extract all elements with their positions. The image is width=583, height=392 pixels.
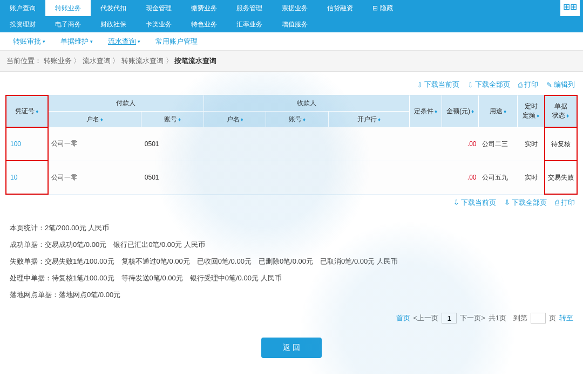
edit-columns-link[interactable]: ✎编辑列 <box>546 80 575 90</box>
cell-condition <box>410 127 442 161</box>
sort-icon: ♦ <box>241 116 243 122</box>
stats-line: 处理中单据：待复核1笔/100.00元 等待发送0笔/0.00元 银行受理中0笔… <box>10 270 573 286</box>
nav-transfer[interactable]: 转账业务 <box>45 0 91 16</box>
subnav-card[interactable]: 卡类业务 <box>136 16 181 32</box>
chevron-down-icon: ▾ <box>43 39 45 44</box>
print-icon: ⎙ <box>555 198 559 207</box>
sort-icon: ♦ <box>100 116 103 122</box>
nav-credit[interactable]: 信贷融资 <box>317 0 363 16</box>
print-icon: ⎙ <box>518 81 523 89</box>
sort-icon: ♦ <box>178 116 181 122</box>
col-voucher[interactable]: 凭证号♦ <box>6 95 48 127</box>
cell-status: 交易失败 <box>545 161 577 194</box>
sub-nav: 投资理财 电子商务 财政社保 卡类业务 特色业务 汇率业务 增值服务 <box>0 16 583 32</box>
chevron-down-icon: ▾ <box>90 39 93 44</box>
tab-flow-query[interactable]: 流水查询▾ <box>100 32 148 50</box>
nav-payment[interactable]: 缴费业务 <box>181 0 227 16</box>
tab-maintain[interactable]: 单据维护▾ <box>53 32 100 50</box>
cell-voucher[interactable]: 10 <box>6 161 48 194</box>
cell-payer-acct: 0501 <box>141 161 204 194</box>
cell-payee-bank <box>328 161 409 194</box>
content: ⇩下载当前页 ⇩下载全部页 ⎙打印 ✎编辑列 凭证号♦ 付款人 收款人 定条件♦… <box>0 72 583 374</box>
tab-approval[interactable]: 转账审批▾ <box>5 32 53 50</box>
stats-line: 落地网点单据：落地网点0笔/0.00元 <box>10 286 573 303</box>
cell-schedule: 实时 <box>518 161 545 194</box>
data-table: 凭证号♦ 付款人 收款人 定条件♦ 金额(元)♦ 用途♦ 定时定频♦ 单据状态♦… <box>5 95 578 195</box>
tab-common-accounts[interactable]: 常用账户管理 <box>148 32 205 50</box>
col-payee-acct[interactable]: 账号♦ <box>266 112 329 128</box>
cell-condition <box>410 161 442 194</box>
stats-panel: 本页统计：2笔/200.00元 人民币 成功单据：交易成功0笔/0.00元 银行… <box>5 213 578 310</box>
cell-status: 待复核 <box>545 127 577 161</box>
back-button[interactable]: 返 回 <box>261 338 322 358</box>
top-nav: 账户查询 转账业务 代发代扣 现金管理 缴费业务 服务管理 票据业务 信贷融资 … <box>0 0 583 16</box>
col-payee-group: 收款人 <box>204 95 409 112</box>
col-payee-name[interactable]: 户名♦ <box>204 112 266 128</box>
grid-icon-wrap: ⊞⊞ <box>557 0 583 16</box>
download-all-link[interactable]: ⇩下载全部页 <box>467 80 510 90</box>
download-icon: ⇩ <box>467 81 473 89</box>
tab-nav: 转账审批▾ 单据维护▾ 流水查询▾ 常用账户管理 <box>0 32 583 51</box>
sort-icon: ♦ <box>435 108 437 114</box>
cell-payee-acct <box>266 161 329 194</box>
subnav-value[interactable]: 增值服务 <box>272 16 317 32</box>
breadcrumb-current: 按笔流水查询 <box>174 57 216 65</box>
chevron-down-icon: ▾ <box>138 39 140 44</box>
nav-account-query[interactable]: 账户查询 <box>0 0 45 16</box>
col-status[interactable]: 单据状态♦ <box>545 95 577 127</box>
cell-amount: .00 <box>442 127 479 161</box>
print-link[interactable]: ⎙打印 <box>518 80 538 90</box>
col-amount[interactable]: 金额(元)♦ <box>442 95 479 127</box>
print-link[interactable]: ⎙打印 <box>555 198 575 208</box>
nav-bill[interactable]: 票据业务 <box>272 0 317 16</box>
download-current-link[interactable]: ⇩下载当前页 <box>453 198 496 208</box>
col-purpose[interactable]: 用途♦ <box>479 95 518 127</box>
download-icon: ⇩ <box>504 198 510 207</box>
cell-payee-acct <box>266 127 329 161</box>
nav-cash[interactable]: 现金管理 <box>136 0 181 16</box>
cell-amount: .00 <box>442 161 479 194</box>
subnav-special[interactable]: 特色业务 <box>181 16 227 32</box>
nav-hide[interactable]: ⊟ 隐藏 <box>363 0 403 16</box>
subnav-fiscal[interactable]: 财政社保 <box>91 16 136 32</box>
page-next[interactable]: 下一页> <box>460 313 485 323</box>
page-goto-input[interactable] <box>531 313 546 324</box>
col-payer-name[interactable]: 户名♦ <box>48 112 141 128</box>
page-go[interactable]: 转至 <box>559 313 573 323</box>
col-payer-acct[interactable]: 账号♦ <box>141 112 204 128</box>
page-prev[interactable]: <上一页 <box>413 313 439 323</box>
cell-purpose: 公司二三 <box>479 127 518 161</box>
edit-icon: ✎ <box>546 81 552 89</box>
col-schedule[interactable]: 定时定频♦ <box>518 95 545 127</box>
cell-payee-name <box>204 161 266 194</box>
download-all-link[interactable]: ⇩下载全部页 <box>504 198 547 208</box>
nav-service[interactable]: 服务管理 <box>227 0 272 16</box>
table-row: 100 公司一零 0501 .00 公司二三 实时 待复核 <box>6 127 577 161</box>
subnav-ecommerce[interactable]: 电子商务 <box>45 16 91 32</box>
cell-voucher[interactable]: 100 <box>6 127 48 161</box>
cell-payee-name <box>204 127 266 161</box>
col-condition[interactable]: 定条件♦ <box>410 95 442 127</box>
cell-purpose: 公司五九 <box>479 161 518 194</box>
nav-payroll[interactable]: 代发代扣 <box>91 0 136 16</box>
pagination: 首页 <上一页 下一页> 共1页 到第 页 转至 <box>5 310 578 327</box>
page-first[interactable]: 首页 <box>396 313 410 323</box>
stats-line: 本页统计：2笔/200.00元 人民币 <box>10 219 573 236</box>
cell-payer-name: 公司一零 <box>48 161 141 194</box>
col-payer-group: 付款人 <box>48 95 204 112</box>
download-icon: ⇩ <box>417 81 423 89</box>
stats-line: 失败单据：交易失败1笔/100.00元 复核不通过0笔/0.00元 已收回0笔/… <box>10 253 573 270</box>
toolbar-top: ⇩下载当前页 ⇩下载全部页 ⎙打印 ✎编辑列 <box>5 77 578 95</box>
col-payee-bank[interactable]: 开户行♦ <box>328 112 409 128</box>
download-current-link[interactable]: ⇩下载当前页 <box>417 80 459 90</box>
subnav-invest[interactable]: 投资理财 <box>0 16 45 32</box>
page-current-input[interactable] <box>442 313 457 324</box>
stats-line: 成功单据：交易成功0笔/0.00元 银行已汇出0笔/0.00元 人民币 <box>10 236 573 253</box>
breadcrumb: 当前位置： 转账业务 〉 流水查询 〉 转账流水查询 〉 按笔流水查询 <box>0 51 583 72</box>
apps-grid-icon[interactable]: ⊞⊞ <box>560 0 580 16</box>
subnav-fx[interactable]: 汇率业务 <box>227 16 272 32</box>
sort-icon: ♦ <box>303 116 306 122</box>
download-icon: ⇩ <box>453 198 459 207</box>
cell-payee-bank <box>328 127 409 161</box>
sort-icon: ♦ <box>378 116 381 122</box>
